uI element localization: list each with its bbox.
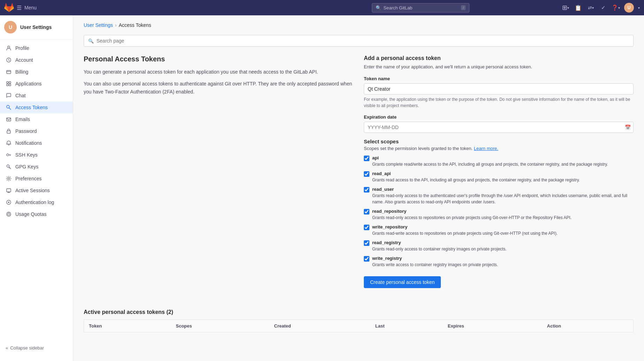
notifications-icon (6, 140, 12, 146)
applications-icon (6, 81, 12, 87)
svg-point-12 (8, 178, 10, 180)
avatar-dropdown-arrow[interactable]: ▾ (638, 6, 640, 10)
scope-read-registry-checkbox[interactable] (364, 240, 369, 246)
scope-read-user-desc: Grants read-only access to the authentic… (372, 193, 634, 205)
sidebar-item-usage-quotas[interactable]: Usage Quotas (0, 208, 73, 220)
sidebar: U User Settings Profile Account Billin (0, 15, 73, 361)
sidebar-item-label: Active Sessions (15, 188, 50, 193)
sidebar-item-ssh-keys[interactable]: SSH Keys (0, 149, 73, 161)
svg-rect-2 (7, 70, 11, 74)
svg-point-16 (7, 212, 11, 216)
sidebar-item-emails[interactable]: Emails (0, 113, 73, 125)
global-search-bar[interactable]: 🔍 Search GitLab / (372, 3, 469, 13)
expiration-date-input[interactable] (364, 122, 634, 133)
token-name-group: Token name For example, the application … (364, 76, 634, 109)
sidebar-item-label: Preferences (15, 176, 41, 181)
scope-read-user: read_user Grants read-only access to the… (364, 187, 634, 205)
usage-quotas-icon (6, 211, 12, 217)
svg-rect-6 (9, 84, 11, 86)
scope-write-registry-desc: Grants write access to container registr… (372, 262, 498, 268)
scope-api-checkbox[interactable] (364, 156, 369, 161)
scope-read-api-checkbox[interactable] (364, 171, 369, 177)
sidebar-item-access-tokens[interactable]: Access Tokens (0, 101, 73, 113)
col-created: Created (269, 319, 370, 332)
active-tokens-title: Active personal access tokens (2) (84, 309, 634, 315)
sidebar-item-applications[interactable]: Applications (0, 78, 73, 90)
breadcrumb-current: Access Tokens (119, 22, 151, 28)
sidebar-item-profile[interactable]: Profile (0, 42, 73, 54)
hamburger-icon[interactable]: ☰ (17, 5, 22, 11)
sidebar-item-notifications[interactable]: Notifications (0, 137, 73, 149)
sidebar-item-preferences[interactable]: Preferences (0, 173, 73, 185)
active-sessions-icon (6, 187, 12, 194)
svg-rect-8 (7, 118, 11, 121)
preferences-icon (6, 175, 12, 182)
scope-write-repository-label: write_repository (372, 224, 558, 230)
sidebar-item-auth-log[interactable]: Authentication log (0, 196, 73, 208)
intro-para-2: You can also use personal access tokens … (84, 80, 353, 96)
scope-write-repository: write_repository Grants read-write acces… (364, 224, 634, 236)
search-page-icon: 🔍 (88, 38, 94, 44)
left-column: Personal Access Tokens You can generate … (84, 55, 353, 288)
scope-api-label: api (372, 155, 608, 160)
search-placeholder: Search GitLab (383, 5, 459, 10)
sidebar-item-gpg-keys[interactable]: GPG Keys (0, 161, 73, 173)
scope-write-repository-checkbox[interactable] (364, 225, 369, 230)
sidebar-item-chat[interactable]: Chat (0, 90, 73, 101)
breadcrumb-parent[interactable]: User Settings (84, 22, 113, 28)
svg-point-11 (7, 165, 9, 167)
password-icon (6, 128, 12, 134)
nav-todo-icon[interactable]: 📋 (574, 3, 582, 12)
chat-icon (6, 92, 12, 99)
sidebar-item-account[interactable]: Account (0, 54, 73, 66)
scopes-title: Select scopes (364, 138, 634, 144)
nav-new-icon[interactable]: ⊞ ▾ (561, 3, 570, 12)
sidebar-avatar: U (4, 21, 17, 33)
col-expires: Expires (443, 319, 542, 332)
expiration-date-group: Expiration date 📅 (364, 114, 634, 133)
scope-write-repository-desc: Grants read-write access to repositories… (372, 230, 558, 236)
scope-read-repository-label: read_repository (372, 209, 572, 214)
search-page-input[interactable] (97, 38, 629, 44)
nav-merge-requests-icon[interactable]: ⇄ ▾ (586, 3, 595, 12)
token-name-hint: For example, the application using the t… (364, 96, 634, 109)
top-navigation: ☰ Menu 🔍 Search GitLab / ⊞ ▾ 📋 ⇄ ▾ ✓ ❓ ▾… (0, 0, 644, 15)
nav-issues-icon[interactable]: ✓ (599, 3, 607, 12)
add-token-subtitle: Enter the name of your application, and … (364, 63, 634, 70)
access-tokens-icon (6, 104, 12, 111)
search-shortcut: / (461, 5, 466, 10)
active-tokens-section: Active personal access tokens (2) Token … (84, 309, 634, 332)
scopes-subtitle-text: Scopes set the permission levels granted… (364, 146, 473, 151)
nav-help-icon[interactable]: ❓ ▾ (612, 3, 620, 12)
calendar-icon[interactable]: 📅 (625, 125, 631, 130)
search-page-container: 🔍 (84, 35, 634, 47)
sidebar-item-billing[interactable]: Billing (0, 66, 73, 78)
sidebar-item-password[interactable]: Password (0, 125, 73, 137)
svg-rect-9 (7, 131, 10, 133)
scope-read-registry-desc: Grants read-only access to container reg… (372, 246, 507, 252)
scopes-section: Select scopes Scopes set the permission … (364, 138, 634, 268)
scope-read-registry-label: read_registry (372, 240, 507, 245)
svg-point-10 (7, 154, 9, 156)
create-token-button[interactable]: Create personal access token (364, 276, 441, 288)
collapse-sidebar-button[interactable]: « Collapse sidebar (0, 342, 73, 354)
ssh-keys-icon (6, 152, 12, 158)
scopes-learn-more-link[interactable]: Learn more. (474, 146, 498, 151)
search-icon: 🔍 (376, 5, 381, 10)
sidebar-item-label: SSH Keys (15, 152, 38, 158)
sidebar-item-active-sessions[interactable]: Active Sessions (0, 185, 73, 196)
svg-point-0 (8, 46, 10, 48)
sidebar-item-label: Password (15, 128, 37, 134)
sidebar-item-label: Applications (15, 81, 42, 87)
col-action: Action (542, 319, 634, 332)
scope-write-registry-checkbox[interactable] (364, 256, 369, 262)
token-name-input[interactable] (364, 83, 634, 95)
expiration-label: Expiration date (364, 114, 634, 120)
scope-read-repository-checkbox[interactable] (364, 209, 369, 215)
user-avatar[interactable]: U (624, 3, 634, 13)
sidebar-nav: Profile Account Billing Applications (0, 39, 73, 223)
sidebar-item-label: Notifications (15, 140, 42, 146)
scopes-subtitle: Scopes set the permission levels granted… (364, 146, 634, 151)
scope-read-user-checkbox[interactable] (364, 187, 369, 193)
collapse-label: Collapse sidebar (10, 345, 44, 351)
